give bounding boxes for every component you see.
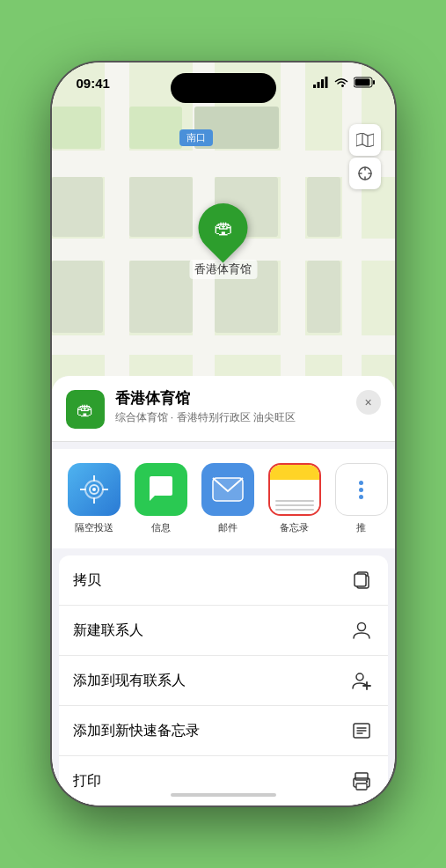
svg-point-45 xyxy=(356,673,363,680)
svg-rect-22 xyxy=(307,261,340,333)
svg-rect-0 xyxy=(313,85,316,88)
add-contact-label: 添加到现有联系人 xyxy=(73,672,186,690)
share-messages[interactable]: 信息 xyxy=(133,463,189,534)
svg-rect-19 xyxy=(52,177,103,237)
location-button[interactable] xyxy=(349,158,381,189)
share-more[interactable]: 推 xyxy=(333,463,390,534)
svg-rect-43 xyxy=(355,574,366,586)
venue-icon: 🏟 xyxy=(66,390,105,429)
copy-label: 拷贝 xyxy=(73,571,101,590)
south-gate-label: 南口 xyxy=(186,132,206,143)
venue-close-button[interactable]: × xyxy=(356,390,381,415)
notes-line-2 xyxy=(275,504,314,506)
messages-symbol xyxy=(146,474,176,504)
share-mail[interactable]: 邮件 xyxy=(200,463,256,534)
notes-icon-wrap xyxy=(268,463,321,516)
more-dot-1 xyxy=(359,481,363,485)
svg-rect-5 xyxy=(373,80,375,85)
pin-icon-symbol: 🏟 xyxy=(214,217,233,239)
south-gate-marker: 南口 xyxy=(179,129,213,146)
mail-icon-wrap xyxy=(201,463,254,516)
venue-info: 香港体育馆 综合体育馆 · 香港特别行政区 油尖旺区 xyxy=(115,390,346,425)
menu-item-copy[interactable]: 拷贝 xyxy=(59,555,388,606)
svg-point-39 xyxy=(92,488,96,491)
signal-icon xyxy=(313,77,329,88)
notes-line-1 xyxy=(275,500,314,502)
print-symbol xyxy=(352,771,371,791)
messages-icon-wrap xyxy=(135,463,187,516)
svg-rect-3 xyxy=(325,77,327,88)
mail-label: 邮件 xyxy=(218,521,238,534)
menu-item-new-contact[interactable]: 新建联系人 xyxy=(59,606,388,656)
pin-icon-shape: 🏟 xyxy=(188,193,258,262)
venue-name: 香港体育馆 xyxy=(115,390,346,408)
svg-rect-52 xyxy=(355,773,368,780)
wifi-icon xyxy=(334,77,348,88)
status-time: 09:41 xyxy=(77,77,110,90)
map-controls xyxy=(349,124,381,189)
airdrop-icon xyxy=(68,463,121,516)
phone-screen: 09:41 xyxy=(52,63,395,805)
menu-item-quick-note[interactable]: 添加到新快速备忘录 xyxy=(59,706,388,756)
location-pin[interactable]: 🏟 香港体育馆 xyxy=(189,203,257,279)
svg-point-55 xyxy=(365,781,367,783)
svg-rect-15 xyxy=(129,177,193,237)
venue-header: 🏟 香港体育馆 综合体育馆 · 香港特别行政区 油尖旺区 × xyxy=(52,376,395,442)
map-style-button[interactable] xyxy=(349,124,381,156)
quick-note-icon xyxy=(349,718,374,743)
messages-label: 信息 xyxy=(151,521,171,534)
status-icons xyxy=(313,77,376,88)
quick-note-label: 添加到新快速备忘录 xyxy=(73,722,200,740)
home-indicator xyxy=(171,793,276,797)
more-label: 推 xyxy=(356,521,366,534)
venue-subtitle: 综合体育馆 · 香港特别行政区 油尖旺区 xyxy=(115,410,346,425)
menu-item-print[interactable]: 打印 xyxy=(59,756,388,805)
copy-icon xyxy=(349,568,374,592)
print-label: 打印 xyxy=(73,772,101,791)
dynamic-island xyxy=(171,73,276,103)
share-actions-row: 隔空投送 信息 xyxy=(52,449,395,548)
print-icon xyxy=(349,769,374,793)
map-style-icon xyxy=(356,133,374,147)
person-symbol xyxy=(352,621,371,640)
svg-rect-54 xyxy=(356,783,367,790)
share-notes[interactable]: 备忘录 xyxy=(267,463,323,534)
svg-rect-20 xyxy=(52,261,103,333)
svg-rect-17 xyxy=(129,261,193,333)
notes-line-3 xyxy=(275,509,314,511)
more-dots-container xyxy=(359,481,363,499)
mail-symbol xyxy=(212,477,244,502)
svg-point-44 xyxy=(357,623,365,631)
menu-item-add-contact[interactable]: 添加到现有联系人 xyxy=(59,656,388,706)
person-add-symbol xyxy=(352,671,371,690)
copy-symbol xyxy=(352,570,371,590)
svg-rect-6 xyxy=(355,79,369,86)
more-dot-2 xyxy=(359,488,363,492)
svg-rect-21 xyxy=(307,177,340,237)
new-contact-label: 新建联系人 xyxy=(73,622,143,640)
notes-label: 备忘录 xyxy=(280,521,309,534)
phone-frame: 09:41 xyxy=(52,63,395,805)
battery-icon xyxy=(354,77,376,88)
airdrop-label: 隔空投送 xyxy=(75,521,113,534)
compass-icon xyxy=(357,166,373,181)
add-contact-icon xyxy=(349,668,374,693)
menu-items-list: 拷贝 新建联系人 xyxy=(59,555,388,805)
svg-rect-2 xyxy=(321,79,324,88)
more-icon-wrap xyxy=(335,463,388,516)
svg-rect-1 xyxy=(317,82,319,88)
quick-note-symbol xyxy=(352,721,371,740)
new-contact-icon xyxy=(349,618,374,643)
more-dot-3 xyxy=(359,495,363,499)
notes-icon-inner xyxy=(270,465,319,514)
bottom-sheet: 🏟 香港体育馆 综合体育馆 · 香港特别行政区 油尖旺区 × xyxy=(52,376,395,805)
share-airdrop[interactable]: 隔空投送 xyxy=(66,463,122,534)
airdrop-symbol xyxy=(80,475,108,504)
